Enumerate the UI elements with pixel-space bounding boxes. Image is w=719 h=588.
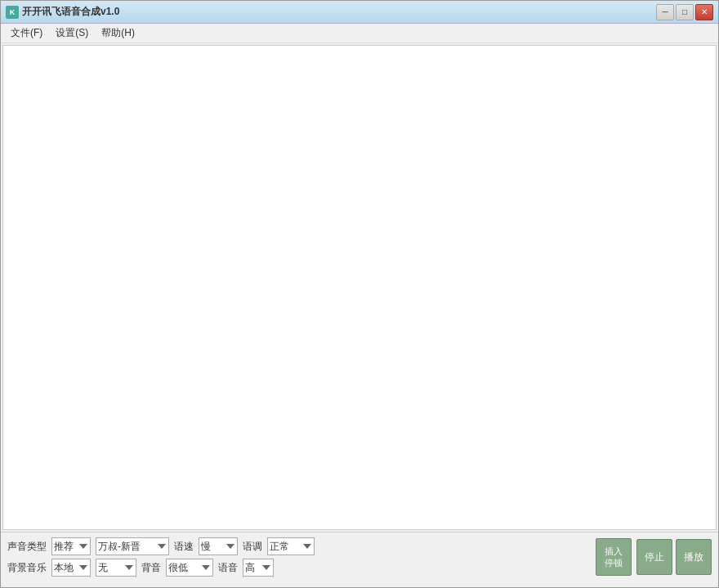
control-row-1: 声音类型 推荐 万叔-新晋 语速 慢 语调 正常 bbox=[7, 537, 591, 555]
insert-pause-button[interactable]: 插入 停顿 bbox=[596, 538, 632, 576]
stop-button[interactable]: 停止 bbox=[636, 539, 672, 575]
menu-help[interactable]: 帮助(H) bbox=[95, 25, 141, 42]
close-button[interactable]: ✕ bbox=[695, 4, 713, 20]
left-controls: 声音类型 推荐 万叔-新晋 语速 慢 语调 正常 bbox=[7, 537, 591, 577]
pitch-select[interactable]: 高 bbox=[243, 559, 274, 577]
title-bar: K 开开讯飞语音合成v1.0 ─ □ ✕ bbox=[1, 1, 718, 24]
tone-select[interactable]: 正常 bbox=[267, 537, 315, 555]
window-title: 开开讯飞语音合成v1.0 bbox=[22, 5, 656, 19]
text-area[interactable] bbox=[2, 45, 717, 530]
insert-label-line2: 停顿 bbox=[605, 557, 623, 568]
maximize-button[interactable]: □ bbox=[676, 4, 694, 20]
bg-local-select[interactable]: 本地 bbox=[51, 559, 91, 577]
control-row-2: 背景音乐 本地 无 背音 很低 语音 高 bbox=[7, 559, 591, 577]
voice-name-select[interactable]: 万叔-新晋 bbox=[96, 537, 169, 555]
minimize-button[interactable]: ─ bbox=[656, 4, 674, 20]
bottom-panel: 声音类型 推荐 万叔-新晋 语速 慢 语调 正常 bbox=[1, 532, 718, 587]
bass-label: 背音 bbox=[141, 561, 161, 575]
window-controls: ─ □ ✕ bbox=[656, 4, 713, 20]
insert-label-line1: 插入 bbox=[605, 546, 623, 557]
voice-type-select[interactable]: 推荐 bbox=[51, 537, 91, 555]
speed-label: 语速 bbox=[174, 540, 194, 554]
bg-music-label: 背景音乐 bbox=[7, 561, 47, 575]
voice-type-label: 声音类型 bbox=[7, 540, 47, 554]
app-icon: K bbox=[6, 6, 19, 19]
tone-label: 语调 bbox=[243, 540, 262, 554]
menu-bar: 文件(F) 设置(S) 帮助(H) bbox=[1, 24, 718, 43]
right-buttons: 停止 播放 bbox=[636, 537, 712, 577]
bass-select[interactable]: 很低 bbox=[166, 559, 213, 577]
pitch-label: 语音 bbox=[218, 561, 238, 575]
speed-select[interactable]: 慢 bbox=[199, 537, 238, 555]
menu-settings[interactable]: 设置(S) bbox=[49, 25, 95, 42]
play-button[interactable]: 播放 bbox=[676, 539, 712, 575]
main-window: K 开开讯飞语音合成v1.0 ─ □ ✕ 文件(F) 设置(S) 帮助(H) 声… bbox=[0, 0, 719, 588]
menu-file[interactable]: 文件(F) bbox=[4, 25, 49, 42]
bg-music-select[interactable]: 无 bbox=[96, 559, 136, 577]
controls-container: 声音类型 推荐 万叔-新晋 语速 慢 语调 正常 bbox=[7, 537, 712, 577]
